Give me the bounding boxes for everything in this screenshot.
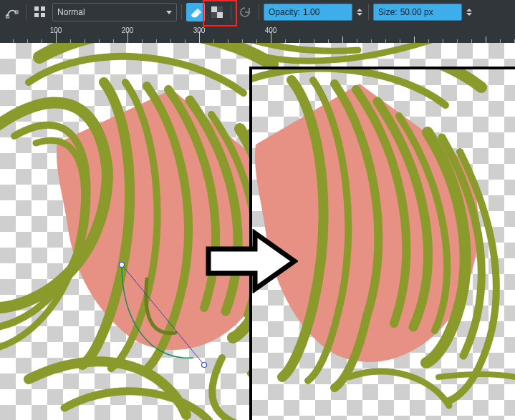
blending-mode-label: Normal — [57, 7, 85, 17]
opacity-increase-button[interactable] — [357, 9, 362, 11]
svg-rect-4 — [34, 13, 39, 17]
svg-rect-3 — [41, 6, 45, 11]
svg-rect-6 — [211, 6, 217, 12]
size-decrease-button[interactable] — [466, 13, 472, 16]
opacity-value: 1.00 — [303, 7, 319, 17]
toolbar-divider — [181, 4, 182, 20]
opacity-slider[interactable]: Opacity: 1.00 — [264, 4, 352, 21]
brush-size-slider[interactable]: Size: 50.00 px — [373, 4, 462, 21]
toolbar-divider — [259, 4, 259, 20]
canvas-viewport[interactable] — [0, 43, 515, 420]
ruler-tick-label: 100 — [50, 26, 62, 34]
size-label: Size: — [378, 7, 398, 17]
freehand-path-button[interactable] — [3, 3, 21, 21]
size-increase-button[interactable] — [466, 9, 472, 11]
grid-presets-icon — [34, 6, 47, 19]
ruler-tick-label: 200 — [122, 26, 134, 34]
svg-rect-8 — [217, 6, 223, 12]
eraser-mode-button[interactable] — [186, 3, 205, 21]
size-spin — [465, 4, 473, 20]
svg-rect-9 — [211, 12, 217, 18]
brush-options-toolbar: Normal Opacity: 1.00 Size: — [0, 0, 515, 24]
horizontal-ruler[interactable]: 100200300400 — [0, 24, 515, 43]
svg-rect-7 — [217, 12, 223, 18]
reload-preset-button[interactable] — [236, 3, 254, 21]
opacity-label: Opacity: — [269, 7, 300, 17]
alpha-lock-icon — [211, 6, 223, 19]
brush-presets-button[interactable] — [31, 3, 49, 21]
toolbar-divider — [231, 4, 231, 20]
opacity-decrease-button[interactable] — [357, 13, 362, 16]
preserve-alpha-button[interactable] — [208, 3, 226, 21]
freehand-path-icon — [6, 6, 19, 19]
toolbar-divider — [26, 4, 27, 20]
blending-mode-combo[interactable]: Normal — [52, 3, 177, 21]
ruler-tick-label: 300 — [193, 26, 206, 34]
opacity-spin — [355, 4, 364, 20]
reload-icon — [239, 6, 251, 19]
svg-rect-2 — [34, 6, 39, 11]
toolbar-divider — [368, 4, 369, 20]
eraser-icon — [189, 6, 202, 19]
size-value: 50.00 px — [400, 7, 433, 17]
ruler-tick-label: 400 — [265, 26, 277, 34]
before-after-arrow-icon — [205, 229, 298, 293]
chevron-down-icon — [166, 11, 172, 14]
svg-rect-5 — [41, 13, 45, 17]
